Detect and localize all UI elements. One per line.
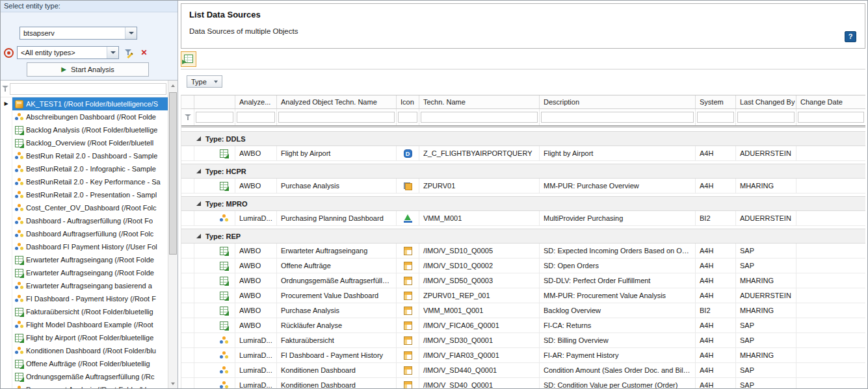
column-filter-input-description[interactable] — [541, 112, 694, 123]
cell-indicator — [181, 318, 194, 333]
entity-item-content: BestRunRetail 2.0 - Key Performance - Sa — [12, 175, 168, 188]
data-source-row[interactable]: AWBOPurchase AnalysisVMM_M001_Q001Backlo… — [181, 303, 865, 318]
entity-type-dropdown[interactable]: <All entity types> — [17, 46, 119, 59]
column-header-system[interactable]: System — [696, 95, 736, 108]
data-source-row[interactable]: AWBOErwarteter Auftragseingang/IMO/V_SD1… — [181, 244, 865, 258]
column-filter-input-analyzed-object-techn-name[interactable] — [278, 112, 395, 123]
data-source-row[interactable]: LumiraD...Konditionen Dashboard/IMO/V_SD… — [181, 363, 865, 378]
expand-collapse-icon[interactable] — [196, 169, 201, 173]
entity-list-item[interactable]: Konditionen Dashboard (/Root Folder/blu — [1, 344, 168, 357]
data-source-row[interactable]: AWBOOffene Aufträge/IMO/V_SD10_Q0002SD: … — [181, 258, 865, 273]
column-filter-input-analyzer-icon[interactable] — [196, 112, 233, 123]
filter-edit-icon — [124, 48, 133, 57]
group-by-type-button[interactable]: Type — [187, 75, 222, 88]
entity-type-dropdown-button[interactable] — [107, 47, 118, 58]
clear-filter-button[interactable]: ✕ — [138, 47, 150, 59]
entity-list-item[interactable]: Cost_Center_OV_Dashboard (/Root Folc — [1, 201, 168, 214]
help-button[interactable]: ? — [845, 31, 856, 42]
entity-label: Abschreibungen Dashboard (/Root Folde — [26, 113, 156, 121]
scrollbar-track[interactable] — [168, 90, 178, 379]
entity-list-item[interactable]: BestRunRetail 2.0 - Key Performance - Sa — [1, 175, 168, 188]
data-source-row[interactable]: LumiraD...Purchasing Planning DashboardV… — [181, 211, 865, 226]
entity-item-content: Offene Aufträge (/Root Folder/bluetellig — [12, 357, 168, 370]
ddls-icon — [404, 149, 412, 158]
entity-list-item[interactable]: Erwarteter Auftragseingang (/Root Folde — [1, 253, 168, 266]
entity-list-item[interactable]: Erwarteter Auftragseingang (/Root Folde — [1, 266, 168, 279]
cell-icon — [397, 273, 419, 288]
entity-list-item[interactable]: BestRun Retail 2.0 - Dashboard - Sample — [1, 149, 168, 162]
entity-list-item[interactable]: Abschreibungen Dashboard (/Root Folde — [1, 110, 168, 123]
data-source-row[interactable]: AWBOProcurement Value DashboardZPURV01_R… — [181, 288, 865, 303]
rep-icon — [404, 351, 412, 360]
data-source-row[interactable]: LumiraD...FI Dashboard - Payment History… — [181, 348, 865, 363]
entity-list-item[interactable]: Dashboard - Auftragserfüllung (/Root Fo — [1, 214, 168, 227]
column-header-analyzer[interactable]: Analyze... — [235, 95, 277, 108]
scroll-down-button[interactable] — [168, 379, 178, 388]
data-source-row[interactable]: AWBOOrdnungsgemäße Auftragserfüllung/IMO… — [181, 273, 865, 288]
column-filter-input-techn-name[interactable] — [421, 112, 538, 123]
entity-list-item[interactable]: Offene Aufträge (/Root Folder/bluetellig — [1, 357, 168, 370]
entity-list-item[interactable]: Backlog Analysis (/Root Folder/bluetelli… — [1, 123, 168, 136]
entity-list-item[interactable]: Dashboard Auftragserfüllung (/Root Folc — [1, 227, 168, 240]
entity-list-item[interactable]: Backlog_Overview (/Root Folder/bluetell — [1, 136, 168, 149]
workbook-icon — [15, 256, 23, 264]
edit-filter-button[interactable] — [122, 47, 135, 59]
entity-list-item[interactable]: Procurement Analysis (/Root Folder/blue — [1, 383, 168, 388]
server-dropdown[interactable]: btsapserv — [20, 27, 137, 40]
data-source-row[interactable]: AWBORückläufer Analyse/IMO/V_FICA06_Q000… — [181, 318, 865, 333]
column-filter-input-change-date[interactable] — [798, 112, 864, 123]
column-filter-input-analyzer[interactable] — [237, 112, 275, 123]
entity-filter-input[interactable] — [10, 83, 166, 95]
start-analysis-button[interactable]: ▶ Start Analysis — [27, 62, 149, 77]
data-source-row[interactable]: AWBOFlight by AirportZ_C_FLIGHTBYAIRPORT… — [181, 146, 865, 161]
group-row[interactable]: Type: HCPR — [181, 164, 865, 179]
column-header-analyzed-object-techn-name[interactable]: Analyzed Object Techn. Name — [277, 95, 397, 108]
rep-icon — [404, 307, 412, 315]
data-source-row[interactable]: AWBOPurchase AnalysisZPURV01MM-PUR: Purc… — [181, 179, 865, 194]
entity-list-item[interactable]: ▶AK_TEST1 (/Root Folder/bluetelligence/S — [1, 97, 168, 110]
entity-list-item[interactable]: Fakturaübersicht (/Root Folder/bluetelli… — [1, 305, 168, 318]
column-header-techn-name[interactable]: Techn. Name — [419, 95, 540, 108]
expand-collapse-icon[interactable] — [196, 136, 201, 141]
cell-techn-name: ZPURV01 — [419, 179, 540, 193]
entity-list-item[interactable]: Erwarteter Auftragseingang basierend a — [1, 279, 168, 292]
vertical-scrollbar[interactable] — [168, 81, 178, 388]
entity-list-item[interactable]: BestRunRetail 2.0 - Infographic - Sample — [1, 162, 168, 175]
expand-collapse-icon[interactable] — [196, 234, 201, 238]
column-filter-input-system[interactable] — [697, 112, 734, 123]
cell-description: FI-CA: Returns — [540, 318, 696, 333]
entity-label: Dashboard - Auftragserfüllung (/Root Fo — [26, 217, 153, 225]
column-header-change-date[interactable]: Change Date — [796, 95, 865, 108]
workbook-icon — [220, 277, 228, 285]
row-indicator — [1, 175, 12, 188]
group-row[interactable]: Type: DDLS — [181, 131, 865, 146]
entity-label: Backlog Analysis (/Root Folder/bluetelli… — [26, 126, 157, 134]
data-source-row[interactable]: LumiraD...Fakturaübersicht/IMO/V_SD30_Q0… — [181, 333, 865, 348]
entity-item-content: Dashboard Auftragserfüllung (/Root Folc — [12, 227, 168, 240]
group-row[interactable]: Type: REP — [181, 229, 865, 244]
entity-list-item[interactable]: Dashboard FI Payment History (/User Fol — [1, 240, 168, 253]
server-dropdown-button[interactable] — [125, 27, 137, 39]
expand-collapse-icon[interactable] — [196, 201, 201, 206]
column-header-description[interactable]: Description — [540, 95, 696, 108]
row-indicator — [1, 305, 12, 318]
cell-techn-name: VMM_M001 — [419, 211, 540, 225]
column-header-last-changed-by[interactable]: Last Changed By — [736, 95, 796, 108]
entity-list-item[interactable]: FI Dashboard - Payment History (/Root F — [1, 292, 168, 305]
export-to-excel-button[interactable] — [181, 51, 196, 67]
group-row[interactable]: Type: MPRO — [181, 196, 865, 211]
entity-list-item[interactable]: Flight Model Dashboard Example (/Root — [1, 318, 168, 331]
scroll-up-button[interactable] — [168, 81, 178, 90]
column-filter-input-last-changed-by[interactable] — [737, 112, 795, 123]
data-source-row[interactable]: LumiraD...Konditionen Dashboard/IMO/V_SD… — [181, 378, 865, 388]
column-filter-input-icon[interactable] — [398, 112, 417, 123]
column-header-icon[interactable]: Icon — [397, 95, 419, 108]
entity-list-item[interactable]: Flight by Airport (/Root Folder/bluetell… — [1, 331, 168, 344]
cell-analyzed-object-techn-name: Konditionen Dashboard — [277, 378, 397, 388]
entity-list-item[interactable]: BestRunRetail 2.0 - Presentation - Sampl — [1, 188, 168, 201]
cell-description: SD: Expected Incoming Orders Based on Op… — [540, 244, 696, 258]
scrollbar-thumb[interactable] — [169, 92, 177, 255]
entity-list-item[interactable]: Ordnungsgemäße Auftragserfüllung (/Rc — [1, 370, 168, 383]
cell-analyzer: LumiraD... — [235, 378, 277, 388]
rep-icon — [404, 292, 412, 300]
